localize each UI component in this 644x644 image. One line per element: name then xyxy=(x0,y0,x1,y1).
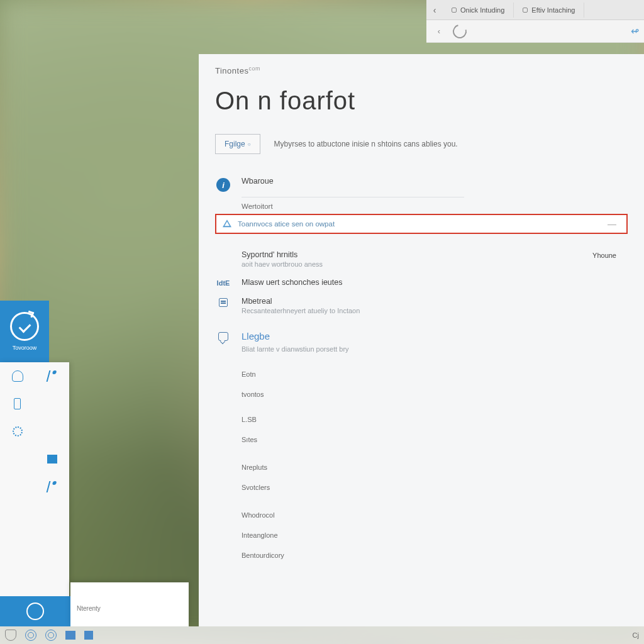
plain-item[interactable]: Svotclers xyxy=(242,484,628,491)
app-tile[interactable]: Tovoroow xyxy=(0,301,49,362)
info-icon: i xyxy=(216,178,230,192)
list-item-title: Syportnd' hrnitls xyxy=(242,250,582,259)
sub-section-label: Wertoitort xyxy=(242,203,628,210)
list-item[interactable]: Mbetreal Recsanteaterhneyert atueliy to … xyxy=(215,292,628,319)
warning-triangle-icon xyxy=(223,219,231,228)
tab-favicon xyxy=(523,8,528,13)
list-item-title: Mbetreal xyxy=(242,297,628,306)
plain-item[interactable]: Nrepluts xyxy=(242,464,628,471)
collapse-icon: — xyxy=(608,219,620,229)
list-item-title: Wbaroue xyxy=(242,177,628,186)
plain-item[interactable]: Inteanglone xyxy=(242,531,628,539)
page-title: On n foarfot xyxy=(215,87,628,115)
highlighted-text: Toannvocs atice sen on owpat xyxy=(238,220,601,228)
browser-tab-1[interactable]: Onick Intuding xyxy=(443,3,514,18)
plain-item[interactable]: Whodrocol xyxy=(242,511,628,519)
panel-app[interactable] xyxy=(35,445,69,473)
plain-item[interactable]: Bentourdicory xyxy=(242,552,628,559)
panel-app[interactable] xyxy=(35,362,69,390)
list-item-subtitle: aoit haev wortbrouo aness xyxy=(242,260,582,268)
nav-back-button[interactable]: ‹ xyxy=(431,24,447,39)
browser-tab-strip: ‹ Onick Intuding Eftiv Intaching xyxy=(426,0,644,20)
app-icon[interactable] xyxy=(84,631,93,640)
taskbar: Cj xyxy=(0,626,644,644)
plain-item[interactable]: Sıtes xyxy=(242,436,628,443)
list-item-title: Mlasw uert schonches ieutes xyxy=(242,278,628,287)
circle-icon xyxy=(26,602,44,620)
browser-icon[interactable] xyxy=(45,630,57,641)
tab-label: Eftiv Intaching xyxy=(531,6,575,14)
panel-app[interactable] xyxy=(35,418,69,445)
gear-icon xyxy=(13,426,23,436)
tab-label: Onick Intuding xyxy=(460,6,504,14)
tab-favicon xyxy=(452,8,457,13)
reload-icon[interactable] xyxy=(450,21,469,40)
dock-label: Nterenty xyxy=(77,605,182,612)
highlighted-setting-row[interactable]: Toannvocs atice sen on owpat — xyxy=(215,214,628,234)
settings-window: Tinontescom On n foarfot Fgilge○ Mybyrse… xyxy=(199,54,644,626)
sync-icon[interactable]: ↫ xyxy=(631,25,639,37)
security-icon[interactable] xyxy=(5,630,16,641)
window-icon[interactable] xyxy=(65,631,75,640)
start-panel xyxy=(0,362,69,626)
list-item-subtitle: Recsanteaterhneyert atueliy to Inctaon xyxy=(242,307,628,314)
section-subtitle: Bliat larnte v dianwstiun porsett bry xyxy=(242,345,628,353)
phone-icon xyxy=(14,398,21,409)
panel-app[interactable] xyxy=(0,390,35,418)
panel-app[interactable] xyxy=(0,445,35,473)
chat-icon xyxy=(218,332,228,341)
dock-tile[interactable] xyxy=(0,596,70,626)
settings-list: i Wbaroue Wertoitort Toannvocs atice sen… xyxy=(215,172,628,559)
section-header: Llegbe xyxy=(242,331,628,341)
list-item[interactable]: IdtE Mlasw uert schonches ieutes xyxy=(215,273,628,292)
system-tray[interactable]: Cj xyxy=(633,631,639,639)
panel-app[interactable] xyxy=(35,390,69,418)
divider xyxy=(242,197,464,197)
running-icon xyxy=(46,370,58,382)
book-icon xyxy=(47,455,57,464)
plain-item[interactable]: tvontos xyxy=(242,391,628,398)
browser-tab-2[interactable]: Eftiv Intaching xyxy=(514,3,584,18)
refine-button-label: Fgilge xyxy=(225,140,245,148)
refine-description: Mybyrses to atbuctone inisie n shtoins c… xyxy=(274,140,458,148)
breadcrumb-suffix: com xyxy=(248,65,260,72)
browser-address-bar: ‹ ↫ xyxy=(426,20,644,43)
list-item-section[interactable]: Llegbe Bliat larnte v dianwstiun porsett… xyxy=(215,326,628,358)
breadcrumb-text: Tinontes xyxy=(215,66,248,75)
panel-app[interactable] xyxy=(35,473,69,501)
tab-back-button[interactable]: ‹ xyxy=(426,2,443,18)
browser-icon[interactable] xyxy=(25,630,36,641)
list-item-value: Yhoune xyxy=(592,250,628,259)
breadcrumb[interactable]: Tinontescom xyxy=(215,65,628,75)
plain-item[interactable]: L.SB xyxy=(242,416,628,423)
running-icon xyxy=(46,481,58,492)
edit-icon: IdtE xyxy=(217,279,230,287)
plain-item[interactable]: Eotn xyxy=(242,370,628,378)
panel-app[interactable] xyxy=(0,418,35,445)
refine-button[interactable]: Fgilge○ xyxy=(215,134,260,154)
list-item-account[interactable]: i Wbaroue xyxy=(215,172,628,197)
dock-popup: Nterenty xyxy=(70,582,189,626)
panel-app[interactable] xyxy=(0,362,35,390)
document-icon xyxy=(219,298,228,307)
list-item[interactable]: Syportnd' hrnitls aoit haev wortbrouo an… xyxy=(215,245,628,273)
tray-text: Cj xyxy=(633,631,639,639)
tile-label: Tovoroow xyxy=(13,345,37,351)
people-icon xyxy=(12,370,23,382)
panel-app[interactable] xyxy=(0,473,35,501)
checkmark-clock-icon xyxy=(10,312,39,341)
